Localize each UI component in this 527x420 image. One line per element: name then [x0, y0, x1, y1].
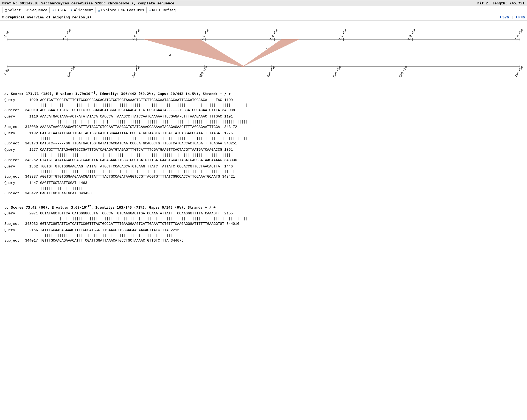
subject-row-b2: Subject344017TGTTTGCAACAGAAACATTTTCGATTG… [4, 238, 523, 243]
section-title-left: ⊟ Graphical overview of aligning region(… [2, 15, 91, 19]
section-b-score: b. Score: 73.42 (80), E value: 3.69×10-1… [4, 205, 523, 210]
svg-text:a: a [169, 53, 171, 57]
svg-marker-34 [144, 39, 245, 67]
select-label: Select [8, 8, 21, 12]
match-b1: | ||||||||| ||||| ||||||| ||||| |||||| |… [40, 216, 523, 222]
query-row-a1: Query1029AGGTGATTCCGTATTTGTTGCCGCCCACACA… [4, 98, 523, 103]
alignment-graphic: -1 bp 0.5 kbp 1.0 kbp 1.5 kbp 2.0 kbp 2.… [4, 23, 523, 83]
svg-text:1 bp: 1 bp [4, 68, 10, 76]
toolbar-sequence[interactable]: 👁 Sequence [23, 7, 50, 13]
svg-text:100 kbp: 100 kbp [66, 65, 76, 78]
svg-text:200 kbp: 200 kbp [131, 65, 141, 78]
svg-marker-36 [242, 39, 299, 67]
svg-text:3.9 kbp: 3.9 kbp [514, 28, 523, 41]
svg-text:746 kbp: 746 kbp [514, 65, 523, 78]
align-block-a1: Query1029AGGTGATTCCGTATTTGTTGCCGCCCACACA… [4, 98, 523, 113]
score-a-exp: -41 [90, 91, 95, 94]
subject-row-a5: Subject343337AGGTGTTGTGTGGGAAGAAACGATTAT… [4, 174, 523, 180]
header-bar: ⊟ref|NC_001142.9| Saccharomyces cerevisi… [0, 0, 527, 6]
svg-text:b: b [265, 47, 267, 51]
toolbar-alignment[interactable]: ⬇ Alignment [68, 7, 96, 13]
query-row-a4: Query1277CAATGCTTTATAGAGGTGCCGATTTGATCAG… [4, 147, 523, 153]
score-a-prefix: a. Score: 171.71 (189), E value: 1.79×10 [4, 92, 90, 96]
align-block-a4: Query1277CAATGCTTTATAGAGGTGCCGATTTGATCAG… [4, 147, 523, 163]
align-block-a6: Query1447GAGTTTGCTAATTGGAT1463 |||||||||… [4, 181, 523, 196]
align-block-a3: Query1192GATGTTAATATTGGGTTGATTACTGGTGATG… [4, 131, 523, 147]
match-a2: ||| ||||| | | ||||| | |||||| |||||| ||||… [40, 119, 523, 125]
toolbar-select[interactable]: □ Select [2, 7, 23, 13]
download-buttons: ⬇ SVG | ⬇ PNG [500, 15, 525, 19]
eye-icon: 👁 [26, 8, 29, 12]
header-title: ⊟ref|NC_001142.9| Saccharomyces cerevisi… [2, 1, 174, 5]
query-row-a6: Query1447GAGTTTGCTAATTGGAT1463 [4, 181, 523, 186]
divider: | [511, 15, 513, 19]
explore-label: Explore DNA Features [101, 8, 144, 12]
toolbar-fasta[interactable]: ⬇ FASTA [50, 7, 68, 13]
ncbi-external-icon: ↗ [149, 8, 151, 12]
subject-row-a4: Subject343252GTATGTTATATAGAGGCAGTGAAGTTA… [4, 158, 523, 163]
checkbox-icon: □ [5, 8, 7, 12]
fasta-label: FASTA [55, 8, 66, 12]
png-download-icon: ⬇ [515, 15, 518, 19]
score-b-rest: , Identity: 103/145 (71%), Gaps: 0/145 (… [91, 205, 215, 209]
query-row-a2: Query1110AAACATGACTAAA-ACT-ATATATACATCAC… [4, 114, 523, 119]
sequence-label: Sequence [30, 8, 47, 12]
svg-download-button[interactable]: ⬇ SVG [500, 15, 509, 19]
collapse-icon[interactable]: ⊟ [2, 15, 4, 19]
graphical-title-text: Graphical overview of aligning region(s) [5, 15, 91, 19]
svg-text:500 kbp: 500 kbp [332, 65, 342, 78]
alignment-content: a. Score: 171.71 (189), E value: 1.79×10… [0, 86, 527, 247]
alignment-label: Alignment [74, 8, 93, 12]
query-row-b2: Query2156TATTTGCAACAGAAACTTTTGCCATGGGTTT… [4, 228, 523, 233]
svg-text:400 kbp: 400 kbp [266, 65, 276, 78]
query-row-a3: Query1192GATGTTAATATTGGGTTGATTACTGGTGATG… [4, 131, 523, 136]
toolbar-ncbi[interactable]: ↗ NCBI Refseq [147, 7, 178, 13]
toolbar: □ Select 👁 Sequence ⬇ FASTA ⬇ Alignment … [0, 6, 527, 14]
match-a6: |||||||||| | ||||| [40, 186, 523, 191]
svg-text:300 kbp: 300 kbp [199, 65, 208, 78]
subject-row-a6: Subject343422GAGTTTGCTGAATGGAT343438 [4, 191, 523, 196]
match-a1: ||| || || || ||| | |||||||||| ||||||||||… [40, 103, 523, 108]
svg-label: SVG [502, 15, 509, 19]
section-a-score: a. Score: 171.71 (189), E value: 1.79×10… [4, 91, 523, 97]
align-block-b1: Query2071GGTATAGCTGTTCATCATGGGGGGCTATTGC… [4, 211, 523, 227]
score-a-rest: , Identity: 306/442 (69.2%), Gaps: 20/44… [95, 92, 231, 96]
svg-text:600 kbp: 600 kbp [399, 65, 408, 78]
explore-icon: △ [98, 8, 100, 12]
subject-row-a1: Subject343010AGGCGAATCTGTGTTGGTTTCTGCGCA… [4, 108, 523, 113]
hit-info: hit 2, length: 745,751 [477, 1, 525, 5]
subject-row-a3: Subject343173GATGTC------GGTTTGATGACTGGT… [4, 141, 523, 146]
match-b2: ||||||||||||| ||| | || || || ||| || | ||… [40, 233, 523, 238]
align-block-a2: Query1110AAACATGACTAAA-ACT-ATATATACATCAC… [4, 114, 523, 130]
alignment-download-icon: ⬇ [71, 8, 73, 12]
ncbi-label: NCBI Refseq [152, 8, 176, 12]
match-a4: ||| | |||||||||| || || ||||||| || ||||| … [40, 153, 523, 158]
png-label: PNG [518, 15, 525, 19]
fasta-download-icon: ⬇ [52, 8, 54, 12]
toolbar-explore[interactable]: △ Explore DNA Features [96, 7, 147, 13]
align-block-b2: Query2156TATTTGCAACAGAAACTTTTGCCATGGGTTT… [4, 228, 523, 243]
match-a5: |||||||| |||||||| |||||| || ||| | ||| | … [40, 169, 523, 174]
graphical-section-title: ⊟ Graphical overview of aligning region(… [0, 14, 527, 21]
align-block-a5: Query1362TGGTGTTGTCTGGGAAGAAGTTATTATTATG… [4, 164, 523, 180]
score-b-prefix: b. Score: 73.42 (80), E value: 3.69×10 [4, 205, 86, 209]
query-row-b1: Query2071GGTATAGCTGTTCATCATGGGGGGCTATTGC… [4, 211, 523, 216]
score-b-exp: -12 [86, 205, 91, 208]
graphical-overview: -1 bp 0.5 kbp 1.0 kbp 1.5 kbp 2.0 kbp 2.… [0, 21, 527, 86]
subject-row-a2: Subject343089AAAAATAAGCAAAGAGTCATTTATACC… [4, 125, 523, 130]
subject-row-b1: Subject343932GGTATCGGTATTCATCATTCCGGTTTA… [4, 222, 523, 227]
svg-download-icon: ⬇ [500, 15, 502, 19]
query-row-a5: Query1362TGGTGTTGTCTGGGAAGAAGTTATTATTATG… [4, 164, 523, 169]
match-a3: ||||| || ||||| ||||||||| | || ||||||||||… [40, 136, 523, 141]
png-download-button[interactable]: ⬇ PNG [515, 15, 525, 19]
